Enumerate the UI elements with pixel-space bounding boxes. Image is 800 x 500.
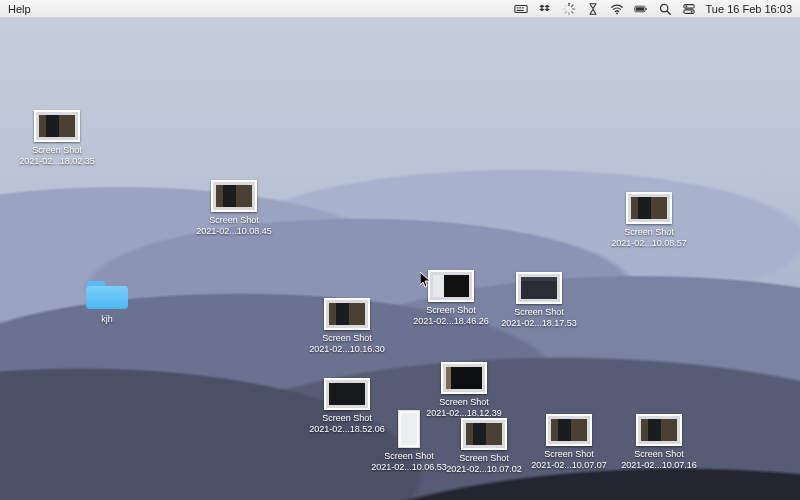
spotlight-icon[interactable] <box>658 2 672 16</box>
desktop-file[interactable]: Screen Shot2021-02...10.06.53 <box>370 410 448 473</box>
screenshot-thumb-icon <box>441 362 487 394</box>
svg-rect-0 <box>514 5 526 12</box>
file-label-line2: 2021-02...10.07.02 <box>445 464 523 475</box>
svg-rect-2 <box>519 7 521 8</box>
svg-line-12 <box>565 4 567 6</box>
desktop-file[interactable]: Screen Shot2021-02...18.17.53 <box>500 272 578 329</box>
file-label-line1: Screen Shot <box>530 449 608 460</box>
menubar-right: Tue 16 Feb 16:03 <box>514 2 792 16</box>
screenshot-thumb-icon <box>398 410 420 448</box>
screenshot-thumb-icon <box>626 192 672 224</box>
control-center-icon[interactable] <box>682 2 696 16</box>
menubar: Help <box>0 0 800 18</box>
wifi-icon[interactable] <box>610 2 624 16</box>
svg-rect-19 <box>683 4 694 8</box>
file-label-line2: 2021-02...10.07.16 <box>620 460 698 471</box>
desktop-file[interactable]: Screen Shot2021-02...10.16.30 <box>308 298 386 355</box>
screenshot-thumb-icon <box>428 270 474 302</box>
hourglass-icon[interactable] <box>586 2 600 16</box>
screenshot-thumb-icon <box>324 378 370 410</box>
sync-spinner-icon[interactable] <box>562 2 576 16</box>
file-label-line1: Screen Shot <box>620 449 698 460</box>
file-label-line2: 2021-02...18.17.53 <box>500 318 578 329</box>
svg-point-22 <box>690 10 692 12</box>
screenshot-thumb-icon <box>211 180 257 212</box>
svg-rect-1 <box>516 7 518 8</box>
keyboard-viewer-icon[interactable] <box>514 2 528 16</box>
dropbox-icon[interactable] <box>538 2 552 16</box>
menubar-clock[interactable]: Tue 16 Feb 16:03 <box>706 3 792 15</box>
desktop-file[interactable]: Screen Shot2021-02...10.07.16 <box>620 414 698 471</box>
file-label-line1: Screen Shot <box>308 333 386 344</box>
menu-help[interactable]: Help <box>8 3 31 15</box>
svg-rect-21 <box>683 9 694 13</box>
file-label-line2: 2021-02...10.08.57 <box>610 238 688 249</box>
file-label-line1: Screen Shot <box>370 451 448 462</box>
svg-rect-15 <box>635 7 643 11</box>
svg-point-20 <box>685 5 687 7</box>
desktop-file[interactable]: Screen Shot2021-02...10.08.45 <box>195 180 273 237</box>
file-label-line2: 2021-02...18.46.26 <box>412 316 490 327</box>
screenshot-thumb-icon <box>546 414 592 446</box>
menubar-left: Help <box>8 3 31 15</box>
screenshot-thumb-icon <box>324 298 370 330</box>
screenshot-thumb-icon <box>636 414 682 446</box>
file-label-line2: 2021-02...10.08.45 <box>195 226 273 237</box>
screenshot-thumb-icon <box>34 110 80 142</box>
desktop-folder[interactable]: kjh <box>68 277 146 325</box>
file-label-line2: 2021-02...10.06.53 <box>370 462 448 473</box>
desktop[interactable]: Help <box>0 0 800 500</box>
file-label-line1: Screen Shot <box>500 307 578 318</box>
svg-point-13 <box>616 12 618 14</box>
desktop-file[interactable]: Screen Shot2021-02...10.07.02 <box>445 418 523 475</box>
svg-line-6 <box>571 4 573 6</box>
svg-line-10 <box>565 11 567 13</box>
file-label-line2: 2021-02...18.02.35 <box>18 156 96 167</box>
svg-rect-16 <box>645 7 646 9</box>
file-label-line1: Screen Shot <box>610 227 688 238</box>
file-label-line1: Screen Shot <box>425 397 503 408</box>
mouse-cursor <box>420 272 432 290</box>
file-label-line1: kjh <box>68 314 146 325</box>
svg-line-18 <box>666 10 669 13</box>
desktop-file[interactable]: Screen Shot2021-02...10.07.07 <box>530 414 608 471</box>
screenshot-thumb-icon <box>516 272 562 304</box>
file-label-line1: Screen Shot <box>445 453 523 464</box>
svg-rect-4 <box>516 9 523 10</box>
file-label-line1: Screen Shot <box>412 305 490 316</box>
desktop-file[interactable]: Screen Shot2021-02...18.02.35 <box>18 110 96 167</box>
file-label-line2: 2021-02...10.07.07 <box>530 460 608 471</box>
svg-line-8 <box>571 11 573 13</box>
file-label-line1: Screen Shot <box>18 145 96 156</box>
file-label-line2: 2021-02...10.16.30 <box>308 344 386 355</box>
desktop-file[interactable]: Screen Shot2021-02...10.08.57 <box>610 192 688 249</box>
file-label-line1: Screen Shot <box>195 215 273 226</box>
battery-icon[interactable] <box>634 2 648 16</box>
svg-rect-3 <box>521 7 523 8</box>
screenshot-thumb-icon <box>461 418 507 450</box>
folder-icon <box>84 277 130 311</box>
